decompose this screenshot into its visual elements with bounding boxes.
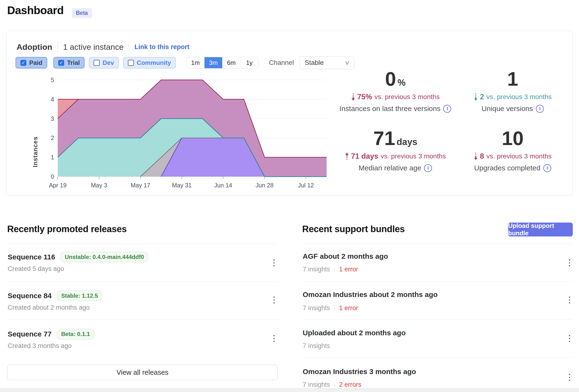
checkbox-icon: [94, 60, 100, 66]
divider: [302, 244, 573, 244]
adoption-card-header: Adoption 1 active instance Link to this …: [16, 41, 189, 52]
stat-unit: %: [397, 77, 406, 88]
checkbox-icon: [58, 60, 64, 66]
stat-value: 71days: [331, 129, 460, 148]
stat-value: 0%: [331, 69, 460, 89]
stat-delta: 71 days vs. previous 3 months: [331, 152, 460, 161]
separator: [58, 41, 58, 52]
filter-community[interactable]: Community: [123, 57, 176, 68]
release-created: Created 3 months ago: [8, 342, 72, 350]
bundle-meta: 7 insights: [303, 342, 330, 350]
insights-count: 7 insights: [303, 342, 330, 350]
filter-label: Community: [137, 59, 171, 66]
filter-paid[interactable]: Paid: [15, 57, 47, 68]
stat-value: 1: [455, 69, 570, 89]
y-tick-label: 1: [51, 154, 54, 161]
divider: [7, 320, 278, 320]
arrow-down-icon: [474, 93, 478, 101]
insights-count: 7 insights: [303, 304, 330, 312]
delta-value: 75%: [357, 93, 372, 101]
channel-select[interactable]: Stable ∨: [299, 56, 354, 69]
release-title[interactable]: Sequence 84: [8, 292, 52, 300]
adoption-area-chart[interactable]: 012345Apr 19May 3May 17May 31Jun 14Jun 2…: [31, 76, 338, 193]
stat-unit: days: [397, 137, 417, 147]
filter-label: Paid: [29, 59, 42, 66]
checkbox-icon: [128, 60, 134, 66]
info-icon[interactable]: i: [536, 105, 544, 113]
bundle-meta: 7 insights · 1 error: [303, 265, 358, 273]
chart-svg: 012345Apr 19May 3May 17May 31Jun 14Jun 2…: [31, 76, 338, 193]
y-tick-label: 2: [51, 134, 54, 141]
time-range-1y[interactable]: 1y: [240, 57, 258, 68]
y-tick-label: 0: [51, 173, 54, 180]
info-icon[interactable]: i: [443, 105, 451, 113]
stat-delta: 8 vs. previous 3 months: [455, 152, 570, 161]
bundle-title[interactable]: Omozan Industries 3 months ago: [303, 368, 416, 376]
delta-caption: vs. previous 3 months: [374, 93, 440, 101]
x-tick-label: May 17: [131, 182, 150, 189]
delta-caption: vs. previous 3 months: [486, 93, 551, 101]
kebab-menu-icon[interactable]: [564, 294, 575, 306]
stat-unique-versions: 1 2 vs. previous 3 months Unique version…: [455, 69, 570, 113]
kebab-menu-icon[interactable]: [269, 257, 279, 269]
checkbox-icon: [20, 60, 26, 66]
x-tick-label: May 31: [172, 182, 192, 189]
stat-median-relative-age: 71days 71 days vs. previous 3 months Med…: [331, 129, 460, 172]
release-created: Created about 2 months ago: [8, 304, 89, 311]
bundle-title[interactable]: Uploaded about 2 months ago: [303, 329, 406, 337]
filter-dev[interactable]: Dev: [89, 57, 119, 68]
filter-trial[interactable]: Trial: [53, 57, 84, 68]
time-range-3m[interactable]: 3m: [205, 57, 222, 68]
link-to-report[interactable]: Link to this report: [134, 43, 189, 51]
release-row-title: Sequence 116 Unstable: 0.4.0-main.444ddf…: [8, 252, 148, 262]
x-tick-label: Apr 19: [49, 182, 67, 189]
insights-count: 7 insights: [303, 266, 330, 273]
bundle-title[interactable]: AGF about 2 months ago: [303, 252, 388, 260]
release-title[interactable]: Sequence 116: [8, 253, 55, 261]
view-all-releases-button[interactable]: View all releases: [7, 365, 278, 380]
adoption-title: Adoption: [16, 42, 52, 52]
kebab-menu-icon[interactable]: [564, 257, 575, 269]
y-tick-label: 5: [51, 76, 54, 83]
x-tick-label: Jun 28: [256, 182, 274, 189]
stat-delta: 2 vs. previous 3 months: [455, 93, 570, 101]
bundles-heading: Recent support bundles: [302, 224, 405, 234]
time-range-segmented-control: 1m 3m 6m 1y: [186, 57, 258, 68]
kebab-menu-icon[interactable]: [564, 332, 575, 345]
error-count: 1 error: [339, 266, 358, 273]
kebab-menu-icon[interactable]: [269, 294, 279, 306]
arrow-down-icon: [474, 152, 478, 161]
bundle-title[interactable]: Omozan Industries about 2 months ago: [303, 291, 437, 299]
kebab-menu-icon[interactable]: [269, 332, 279, 345]
filter-row: Paid Trial Dev Community 1m 3m 6m 1y Cha…: [15, 57, 354, 69]
stat-label: Median relative agei: [331, 164, 460, 172]
stat-instances-last-three-versions: 0% 75% vs. previous 3 months Instances o…: [331, 69, 460, 113]
divider: [7, 244, 278, 244]
upload-support-bundle-button[interactable]: Upload support bundle: [508, 223, 573, 236]
releases-heading: Recently promoted releases: [7, 224, 127, 234]
active-instance-count: 1 active instance: [63, 42, 124, 52]
info-icon[interactable]: i: [543, 164, 551, 172]
chevron-down-icon: ∨: [344, 59, 350, 66]
stat-label: Upgrades completedi: [455, 164, 570, 172]
bundle-meta: 7 insights · 1 error: [303, 304, 358, 312]
info-icon[interactable]: i: [424, 164, 432, 172]
time-range-6m[interactable]: 6m: [222, 57, 240, 68]
adoption-card: Adoption 1 active instance Link to this …: [6, 31, 573, 195]
x-tick-label: Jun 14: [214, 182, 232, 189]
release-title[interactable]: Sequence 77: [8, 330, 52, 338]
kebab-menu-icon[interactable]: [564, 371, 575, 383]
release-channel-badge: Unstable: 0.4.0-main.444ddf0: [60, 252, 148, 262]
y-tick-label: 4: [51, 96, 54, 103]
arrow-down-icon: [351, 93, 355, 101]
bundle-row-title: Uploaded about 2 months ago: [303, 329, 406, 337]
filter-label: Dev: [102, 59, 114, 66]
channel-label: Channel: [269, 59, 294, 66]
x-tick-label: Jul 12: [298, 182, 314, 189]
segment-label: 1m: [191, 59, 200, 66]
insights-count: 7 insights: [303, 381, 330, 389]
bundle-row-title: Omozan Industries about 2 months ago: [303, 291, 437, 299]
delta-value: 8: [480, 152, 484, 161]
time-range-1m[interactable]: 1m: [187, 57, 205, 68]
delta-value: 2: [480, 93, 484, 101]
